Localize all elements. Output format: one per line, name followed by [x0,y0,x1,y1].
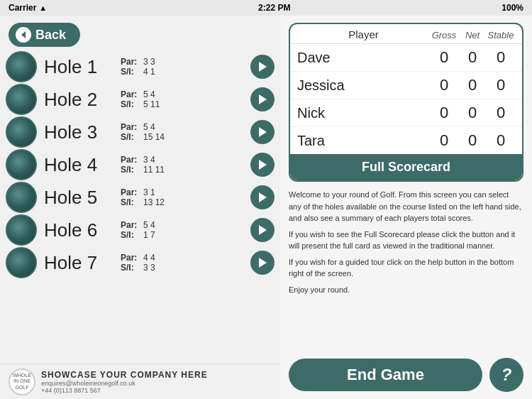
gross-col-header: Gross [430,30,458,40]
hole-row: Hole 3 Par: 5 4 S/I: 15 14 [6,116,275,148]
net-col-header: Net [458,30,487,40]
status-left: Carrier ▲ [9,3,47,13]
si-label: S/I: [121,132,140,142]
player-gross-score: 0 [430,48,458,67]
si-row: S/I: 3 3 [121,263,246,273]
svg-marker-7 [259,258,267,268]
hole-icon [6,247,37,278]
player-col-header: Player [297,28,430,40]
description: Welcome to your round of Golf. From this… [289,189,523,352]
score-col-headers: Gross Net Stable [430,30,515,40]
hole-icon [6,182,37,213]
player-stable-score: 0 [487,76,515,94]
par-values: 4 4 [143,253,155,263]
sponsor-area: WHOLE IN ONE GOLF SHOWCASE YOUR COMPANY … [0,364,280,399]
hole-stats: Par: 3 1 S/I: 13 12 [121,187,246,207]
hole-stats: Par: 3 4 S/I: 11 11 [121,155,246,175]
player-stable-score: 0 [487,131,515,150]
si-label: S/I: [121,197,140,207]
player-rows: Dave 0 0 0 Jessica 0 0 0 Nick 0 0 0 Tara… [290,44,522,154]
svg-marker-4 [259,160,267,170]
player-gross-score: 0 [430,131,458,150]
si-row: S/I: 5 11 [121,99,246,109]
si-values: 13 12 [143,197,165,207]
play-hole-button[interactable] [250,153,275,177]
si-values: 15 14 [143,132,165,142]
par-values: 5 4 [143,89,155,99]
hole-row: Hole 7 Par: 4 4 S/I: 3 3 [6,247,275,278]
par-row: Par: 5 4 [121,89,246,99]
player-scores: 0 0 0 [430,76,515,94]
play-hole-button[interactable] [250,55,275,79]
scoreboard-header: Player Gross Net Stable [290,24,522,44]
player-row: Tara 0 0 0 [290,127,522,154]
par-label: Par: [121,155,140,165]
play-hole-button[interactable] [250,87,275,111]
player-net-score: 0 [458,48,487,67]
hole-icon [6,51,37,82]
si-values: 3 3 [143,263,155,273]
player-row: Jessica 0 0 0 [290,72,522,99]
play-hole-button[interactable] [250,218,275,242]
hole-name: Hole 6 [44,219,115,241]
si-row: S/I: 15 14 [121,132,246,142]
si-row: S/I: 11 11 [121,165,246,175]
player-net-score: 0 [458,104,487,122]
par-label: Par: [121,122,140,132]
right-panel: Player Gross Net Stable Dave 0 0 0 Jessi… [280,16,532,399]
full-scorecard-button[interactable]: Full Scorecard [290,154,522,180]
svg-marker-3 [259,127,267,137]
desc-para1: Welcome to your round of Golf. From this… [289,189,523,224]
hole-icon [6,116,37,148]
back-button[interactable]: Back [9,23,80,47]
hole-icon [6,149,37,180]
svg-marker-2 [259,94,267,104]
carrier-label: Carrier [9,3,36,13]
battery-label: 100% [501,3,523,13]
player-scores: 0 0 0 [430,48,515,67]
player-row: Dave 0 0 0 [290,44,522,72]
si-values: 1 7 [143,230,155,240]
player-net-score: 0 [458,131,487,150]
player-gross-score: 0 [430,76,458,94]
si-row: S/I: 4 1 [121,67,246,77]
player-scores: 0 0 0 [430,131,515,150]
par-row: Par: 4 4 [121,253,246,263]
hole-stats: Par: 3 3 S/I: 4 1 [121,57,246,77]
player-name: Tara [297,133,430,149]
play-hole-button[interactable] [250,120,275,144]
play-hole-button[interactable] [250,185,275,209]
par-values: 3 3 [143,57,155,67]
par-row: Par: 3 4 [121,155,246,165]
bottom-buttons: End Game ? [289,358,523,392]
end-game-button[interactable]: End Game [289,359,482,391]
si-label: S/I: [121,230,140,240]
sponsor-phone: +44 (0)113 8871 567 [41,387,208,394]
main-container: Back Hole 1 Par: 3 3 S/I: 4 1 Hole 2 P [0,16,532,399]
si-values: 4 1 [143,67,155,77]
hole-row: Hole 6 Par: 5 4 S/I: 1 7 [6,214,275,246]
hole-name: Hole 3 [44,121,115,143]
svg-marker-0 [21,31,26,38]
hole-stats: Par: 5 4 S/I: 5 11 [121,89,246,109]
scoreboard: Player Gross Net Stable Dave 0 0 0 Jessi… [289,23,523,182]
sponsor-text: SHOWCASE YOUR COMPANY HERE enquires@whol… [41,370,208,394]
par-values: 5 4 [143,220,155,230]
help-button[interactable]: ? [489,358,523,392]
play-hole-button[interactable] [250,251,275,275]
player-name: Dave [297,50,430,66]
par-row: Par: 5 4 [121,122,246,132]
par-label: Par: [121,253,140,263]
svg-marker-6 [259,225,267,235]
par-row: Par: 3 1 [121,187,246,197]
hole-name: Hole 4 [44,154,115,176]
player-stable-score: 0 [487,48,515,67]
hole-stats: Par: 5 4 S/I: 1 7 [121,220,246,240]
hole-icon [6,84,37,115]
stable-col-header: Stable [487,30,515,40]
par-label: Par: [121,57,140,67]
hole-name: Hole 1 [44,56,115,78]
par-label: Par: [121,89,140,99]
par-row: Par: 3 3 [121,57,246,67]
hole-name: Hole 2 [44,89,115,111]
